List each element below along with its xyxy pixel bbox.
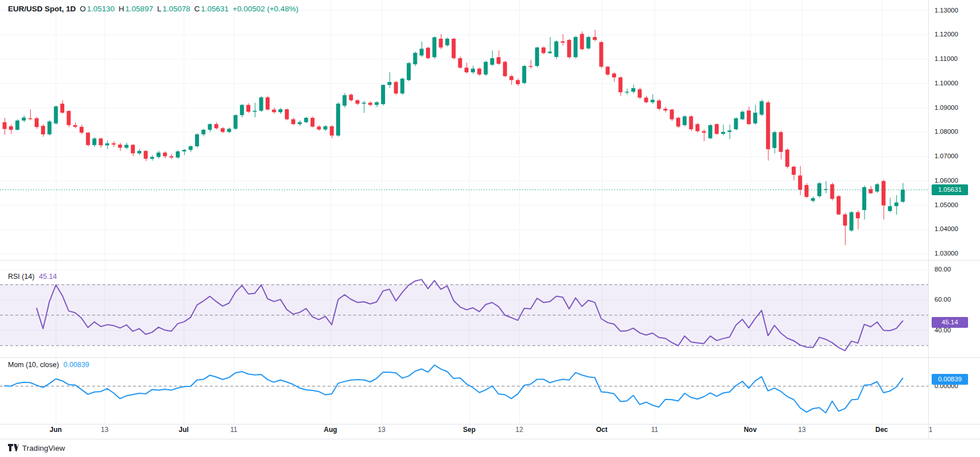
rsi-axis-label: 60.00 (934, 296, 951, 303)
high-label: H (119, 5, 125, 13)
price-axis-label: 1.08000 (934, 128, 958, 135)
tradingview-logo[interactable]: TradingView (8, 443, 65, 452)
mom-legend[interactable]: Mom (10, close) 0.00839 (8, 361, 89, 369)
rsi-label[interactable]: RSI (14) (8, 273, 35, 281)
close-value: 1.05631 (201, 5, 229, 13)
symbol-title[interactable]: EUR/USD Spot, 1D (8, 5, 76, 13)
open-value: 1.05130 (87, 5, 115, 13)
price-axis-label: 1.06000 (934, 177, 958, 184)
price-axis-label: 1.05000 (934, 201, 958, 209)
current-price-badge: 1.05631 (932, 184, 968, 195)
price-axis-label: 1.11000 (934, 55, 958, 63)
change-value: +0.00502 (+0.48%) (233, 5, 299, 13)
mom-label[interactable]: Mom (10, close) (8, 361, 59, 369)
tradingview-chart-page: { "header": { "symbol": "EUR/USD Spot, 1… (0, 0, 980, 457)
time-axis-label: 13 (798, 426, 805, 434)
time-axis-label: 11 (230, 426, 237, 434)
tradingview-logo-text: TradingView (22, 444, 65, 452)
rsi-value: 45.14 (39, 273, 57, 281)
close-label: C (194, 5, 200, 13)
price-axis-label: 1.03000 (934, 250, 958, 257)
price-axis-label: 1.09000 (934, 104, 958, 112)
time-axis-label: 11 (651, 426, 658, 434)
price-axis-label: 1.07000 (934, 153, 958, 160)
time-axis-label: Jun (49, 426, 61, 434)
tradingview-logo-icon (8, 443, 19, 452)
time-axis-label: Jul (179, 426, 188, 434)
rsi-legend[interactable]: RSI (14) 45.14 (8, 273, 57, 281)
mom-value: 0.00839 (64, 361, 89, 369)
time-axis-label: Dec (875, 426, 888, 434)
price-axis-label: 1.04000 (934, 225, 958, 233)
time-axis-label: 12 (515, 426, 523, 434)
chart-canvas[interactable] (0, 0, 980, 457)
low-label: L (157, 5, 162, 13)
symbol-header[interactable]: EUR/USD Spot, 1D O1.05130 H1.05897 L1.05… (8, 5, 299, 13)
rsi-axis-label: 80.00 (934, 266, 951, 273)
time-axis-label: Oct (596, 426, 607, 434)
open-label: O (80, 5, 86, 13)
low-value: 1.05078 (163, 5, 191, 13)
time-axis-label: 1 (929, 426, 933, 434)
price-axis-label: 1.13000 (934, 7, 958, 14)
time-axis-label: 13 (378, 426, 385, 434)
time-axis-label: Nov (744, 426, 757, 434)
chart-root: EUR/USD Spot, 1D O1.05130 H1.05897 L1.05… (0, 0, 980, 457)
high-value: 1.05897 (125, 5, 153, 13)
price-axis-label: 1.10000 (934, 80, 958, 87)
time-axis-label: Sep (463, 426, 475, 434)
time-axis-label: 13 (101, 426, 108, 434)
mom-value-badge: 0.00839 (932, 374, 968, 385)
price-axis-label: 1.12000 (934, 31, 958, 38)
time-axis-label: Aug (324, 426, 337, 434)
rsi-value-badge: 45.14 (932, 317, 968, 328)
